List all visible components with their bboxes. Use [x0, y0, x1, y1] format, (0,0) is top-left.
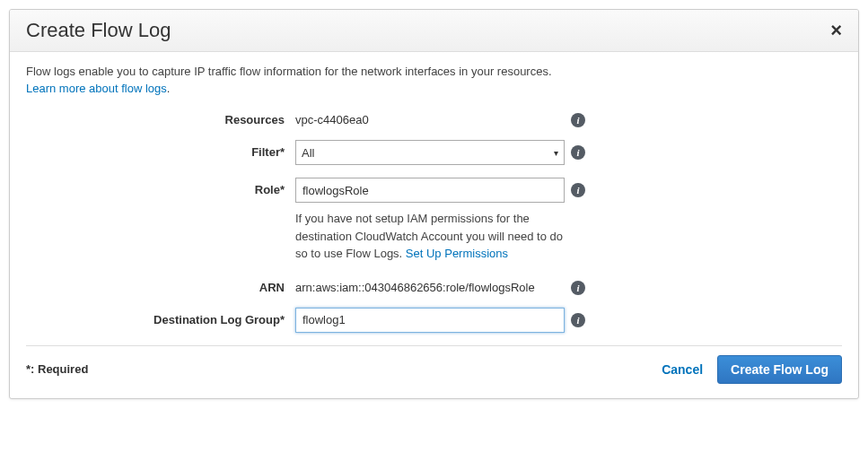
- info-icon[interactable]: i: [571, 183, 585, 197]
- dialog-footer: *: Required Cancel Create Flow Log: [10, 346, 858, 398]
- filter-selected-value: All: [302, 146, 314, 160]
- set-up-permissions-link[interactable]: Set Up Permissions: [406, 247, 508, 260]
- arn-label: ARN: [26, 275, 295, 294]
- dialog-body: Flow logs enable you to capture IP traff…: [10, 52, 858, 345]
- dialog-description: Flow logs enable you to capture IP traff…: [26, 65, 842, 78]
- arn-value: arn:aws:iam::043046862656:role/flowlogsR…: [295, 275, 565, 294]
- row-arn: ARN arn:aws:iam::043046862656:role/flowl…: [26, 275, 842, 295]
- row-resources: Resources vpc-c4406ea0 i: [26, 108, 842, 127]
- resources-value: vpc-c4406ea0: [295, 108, 565, 126]
- info-icon[interactable]: i: [571, 313, 585, 327]
- dialog-header: Create Flow Log ×: [10, 10, 858, 52]
- create-flow-log-dialog: Create Flow Log × Flow logs enable you t…: [9, 9, 859, 399]
- dialog-title: Create Flow Log: [26, 19, 171, 42]
- chevron-down-icon: ▾: [554, 148, 558, 158]
- footer-actions: Cancel Create Flow Log: [662, 355, 842, 384]
- destination-log-group-label: Destination Log Group*: [26, 308, 295, 326]
- role-label: Role*: [26, 178, 295, 196]
- learn-more-row: Learn more about flow logs.: [26, 82, 842, 95]
- form: Resources vpc-c4406ea0 i Filter* All ▾ i…: [26, 108, 842, 333]
- close-icon[interactable]: ×: [830, 21, 842, 40]
- resources-label: Resources: [26, 108, 295, 126]
- filter-label: Filter*: [26, 140, 295, 159]
- info-icon[interactable]: i: [571, 145, 585, 160]
- learn-more-suffix: .: [167, 82, 171, 95]
- role-input[interactable]: [295, 178, 565, 203]
- info-icon[interactable]: i: [571, 281, 585, 295]
- row-destination-log-group: Destination Log Group* i: [26, 308, 842, 333]
- cancel-button[interactable]: Cancel: [662, 362, 703, 377]
- info-icon[interactable]: i: [571, 113, 585, 127]
- role-hint: If you have not setup IAM permissions fo…: [295, 210, 565, 263]
- learn-more-link[interactable]: Learn more about flow logs: [26, 82, 167, 95]
- required-note: *: Required: [26, 362, 88, 376]
- row-filter: Filter* All ▾ i: [26, 140, 842, 165]
- destination-log-group-input[interactable]: [295, 308, 565, 333]
- filter-select[interactable]: All ▾: [295, 140, 565, 165]
- create-flow-log-button[interactable]: Create Flow Log: [717, 355, 842, 384]
- row-role: Role* If you have not setup IAM permissi…: [26, 178, 842, 263]
